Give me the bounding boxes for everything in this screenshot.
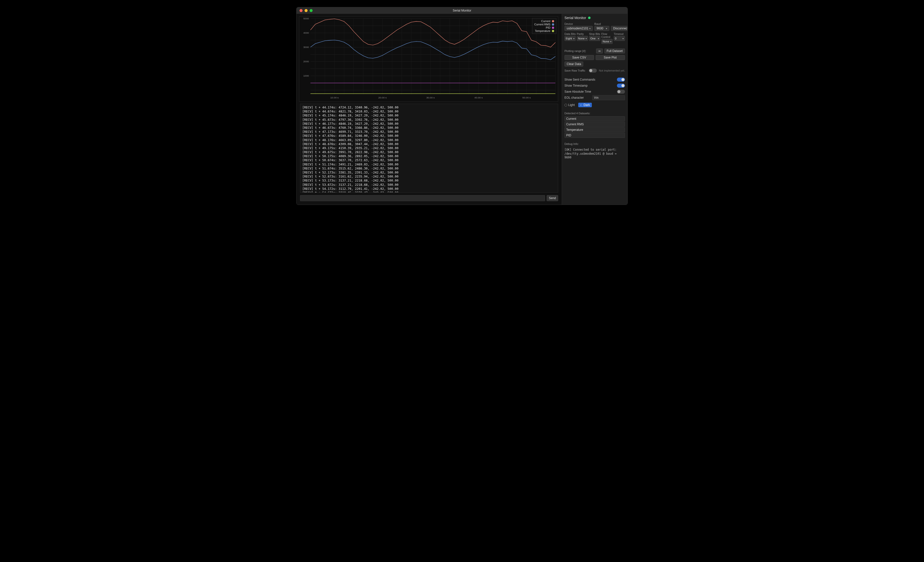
moon-icon: ☾ [580, 104, 582, 107]
legend: CurrentCurrent RMSPIDTemperature [532, 18, 556, 34]
plot-series-current-rms [310, 40, 555, 60]
status-led-icon [588, 17, 591, 19]
svg-text:30.00 s: 30.00 s [426, 96, 435, 99]
svg-text:50.00 s: 50.00 s [522, 96, 531, 99]
svg-text:20.00 s: 20.00 s [378, 96, 387, 99]
console-output[interactable]: [RECV] t + 44.174s: 4724.12, 3340.96, -2… [300, 104, 558, 192]
svg-text:4000: 4000 [303, 32, 309, 34]
flow-select[interactable]: None [602, 39, 613, 44]
dataset-item[interactable]: Temperature [564, 127, 625, 132]
stopbits-label: Stop Bits [589, 32, 600, 35]
show-ts-toggle[interactable] [617, 84, 625, 88]
titlebar: Serial Monitor [297, 7, 627, 14]
databits-label: Data Bits [564, 32, 576, 35]
svg-text:5000: 5000 [303, 17, 309, 20]
debug-output: [OK] Connected to serial port: /dev/tty.… [564, 148, 625, 160]
disconnect-button[interactable]: Disconnect [611, 26, 628, 31]
baud-label: Baud [594, 23, 609, 26]
legend-item[interactable]: Current [534, 20, 554, 23]
not-impl-text: Not implemented yet. [599, 69, 625, 72]
show-ts-label: Show Timestamp [564, 84, 588, 87]
debug-label: Debug Info: [564, 143, 625, 146]
dataset-list: CurrentCurrent RMSTemperaturePID [564, 116, 625, 138]
legend-item[interactable]: Current RMS [534, 23, 554, 26]
save-plot-button[interactable]: Save Plot [596, 55, 625, 60]
legend-item[interactable]: PID [534, 26, 554, 29]
baud-select[interactable]: 9600 [594, 26, 609, 31]
show-sent-toggle[interactable] [617, 78, 625, 82]
svg-text:40.00 s: 40.00 s [474, 96, 483, 99]
full-dataset-button[interactable]: Full Dataset [604, 48, 625, 54]
stopbits-select[interactable]: One [589, 36, 600, 41]
parity-select[interactable]: None [577, 36, 588, 41]
device-select[interactable]: usbmodem2101 [564, 26, 593, 31]
timeout-select[interactable]: 0 [614, 36, 625, 41]
save-abs-label: Save Absolute Time [564, 90, 591, 93]
timeout-label: Timeout [614, 32, 625, 35]
databits-select[interactable]: Eight [564, 36, 576, 41]
dataset-item[interactable]: Current RMS [564, 122, 625, 127]
eol-input[interactable] [592, 95, 625, 100]
parity-label: Parity [577, 32, 588, 35]
main-pane: 1000200030004000500010.00 s20.00 s30.00 … [297, 14, 562, 205]
theme-light-radio[interactable]: Light [564, 103, 575, 107]
plot-area[interactable]: 1000200030004000500010.00 s20.00 s30.00 … [299, 17, 558, 102]
plot-range-value[interactable]: ∞ [596, 48, 603, 54]
sidebar: Serial Monitor Device usbmodem2101 Baud … [562, 14, 627, 205]
svg-text:10.00 s: 10.00 s [330, 96, 339, 99]
send-button[interactable]: Send [547, 195, 558, 201]
svg-text:3000: 3000 [303, 46, 309, 48]
plot-range-label: Plotting range [#]: [564, 50, 595, 53]
save-abs-toggle[interactable] [617, 90, 625, 94]
send-input[interactable] [300, 195, 545, 201]
legend-item[interactable]: Temperature [534, 29, 554, 32]
sidebar-title-text: Serial Monitor [564, 16, 586, 20]
dataset-item[interactable]: PID [564, 133, 625, 138]
detected-label: Detected 4 Datasets: [564, 112, 625, 115]
save-raw-toggle[interactable] [589, 69, 597, 72]
svg-text:2000: 2000 [303, 60, 309, 63]
app-window: Serial Monitor 1000200030004000500010.00… [296, 7, 628, 205]
window-title: Serial Monitor [297, 9, 627, 12]
device-label: Device [564, 23, 593, 26]
show-sent-label: Show Sent Commands [564, 78, 596, 81]
save-raw-label: Save Raw Traffic [564, 69, 585, 72]
sidebar-title: Serial Monitor [564, 16, 625, 20]
flow-label: Flow Control [602, 32, 613, 38]
eol-label: EOL character [564, 96, 584, 99]
save-csv-button[interactable]: Save CSV [564, 55, 594, 60]
svg-text:1000: 1000 [303, 74, 309, 77]
clear-data-button[interactable]: Clear Data [564, 62, 583, 66]
dataset-item[interactable]: Current [564, 116, 625, 121]
theme-dark-button[interactable]: ☾ Dark [578, 103, 592, 107]
